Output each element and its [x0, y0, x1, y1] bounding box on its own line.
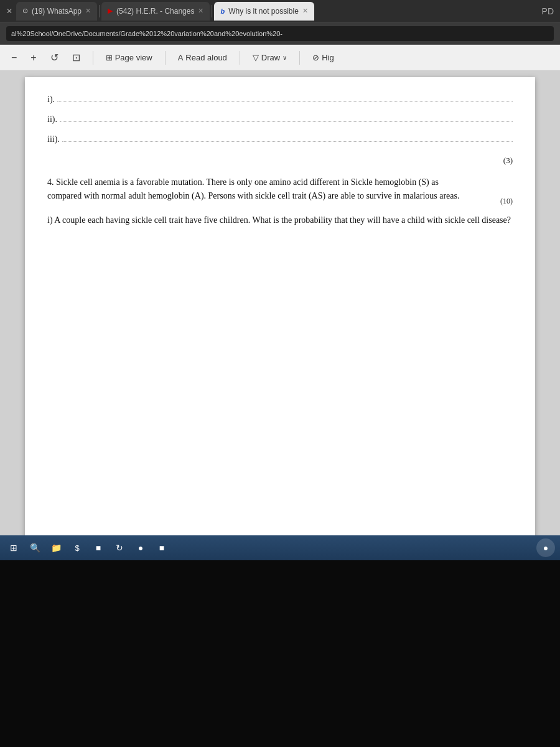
- page-view-icon: ⊞: [106, 53, 113, 62]
- taskbar-dollar-icon[interactable]: $: [68, 539, 86, 557]
- toolbar-separator-4: [299, 51, 300, 65]
- highlight-icon: ⊘: [312, 53, 319, 62]
- pdf-toolbar: − + ↺ ⊡ ⊞ Page view A Read aloud ▽ Draw …: [0, 45, 560, 71]
- new-tab-icon[interactable]: PD: [538, 6, 558, 16]
- line-i-row: i).: [47, 95, 513, 106]
- read-aloud-icon: A: [178, 53, 184, 62]
- marks-3-container: (3): [47, 154, 513, 166]
- highlight-button[interactable]: ⊘ Hig: [309, 50, 338, 65]
- draw-chevron: ∨: [282, 54, 287, 61]
- taskbar-search-icon[interactable]: 🔍: [26, 539, 44, 557]
- taskbar-app2-icon[interactable]: ■: [153, 539, 170, 557]
- tab-whatsapp[interactable]: ⊙ (19) WhatsApp ✕: [16, 2, 97, 21]
- line-iii-label: iii).: [47, 134, 60, 144]
- tab-her-label: (542) H.E.R. - Changes: [116, 7, 194, 16]
- tab-her-close[interactable]: ✕: [198, 7, 203, 15]
- tab-whatsapp-label: (19) WhatsApp: [32, 7, 82, 16]
- pdf-page: i). ii). iii). (3) 4. Sickle cell anemia…: [25, 77, 535, 563]
- tab-whatsapp-close[interactable]: ✕: [85, 7, 91, 15]
- question-4-block: 4. Sickle cell anemia is a favorable mut…: [47, 176, 513, 206]
- sub-question-i-text: i) A couple each having sickle cell trai…: [47, 214, 513, 227]
- marks-3: (3): [503, 156, 513, 165]
- tab-close-left[interactable]: ✕: [2, 7, 16, 16]
- taskbar-app1-icon[interactable]: ■: [90, 539, 107, 557]
- highlight-label: Hig: [322, 53, 334, 62]
- draw-icon: ▽: [253, 53, 259, 62]
- address-input[interactable]: [6, 26, 554, 41]
- taskbar-start-icon[interactable]: ⊞: [5, 539, 22, 557]
- marks-10: (10): [500, 197, 513, 206]
- zoom-in-button[interactable]: +: [27, 50, 40, 66]
- zoom-out-button[interactable]: −: [7, 50, 21, 66]
- line-iii-row: iii).: [47, 134, 513, 146]
- pdf-tab-icon: b: [220, 7, 225, 15]
- address-bar: [0, 22, 560, 45]
- line-i-label: i).: [47, 95, 55, 105]
- tab-separator-2: [212, 5, 212, 17]
- draw-label: Draw: [261, 53, 280, 62]
- pdf-content-area: i). ii). iii). (3) 4. Sickle cell anemia…: [0, 71, 560, 560]
- tab-active[interactable]: b Why is it not possible ✕: [214, 2, 314, 21]
- toolbar-separator-2: [165, 51, 166, 65]
- sub-question-i-block: i) A couple each having sickle cell trai…: [47, 214, 513, 227]
- tab-active-label: Why is it not possible: [228, 7, 299, 16]
- fit-button[interactable]: ⊡: [68, 49, 84, 66]
- taskbar: ⊞ 🔍 📁 $ ■ ↻ ● ■ ●: [0, 535, 560, 560]
- black-area: [0, 560, 560, 747]
- rotate-button[interactable]: ↺: [47, 49, 62, 66]
- question-4-text: 4. Sickle cell anemia is a favorable mut…: [47, 176, 466, 204]
- taskbar-tray-icon[interactable]: ●: [536, 538, 555, 557]
- taskbar-refresh-icon[interactable]: ↻: [111, 539, 128, 557]
- whatsapp-icon: ⊙: [22, 7, 28, 15]
- youtube-icon: ▶: [108, 7, 113, 15]
- read-aloud-button[interactable]: A Read aloud: [174, 50, 231, 65]
- toolbar-separator-3: [240, 51, 240, 65]
- draw-button[interactable]: ▽ Draw ∨: [249, 50, 291, 65]
- read-aloud-label: Read aloud: [185, 53, 227, 62]
- taskbar-circle-icon[interactable]: ●: [132, 539, 149, 557]
- tab-separator-1: [99, 5, 100, 17]
- taskbar-folder-icon[interactable]: 📁: [47, 539, 65, 557]
- toolbar-separator-1: [93, 51, 93, 65]
- line-ii-label: ii).: [47, 115, 57, 125]
- tab-bar: ✕ ⊙ (19) WhatsApp ✕ ▶ (542) H.E.R. - Cha…: [0, 0, 560, 22]
- line-ii-row: ii).: [47, 115, 513, 126]
- tab-active-close[interactable]: ✕: [302, 7, 308, 15]
- tab-her[interactable]: ▶ (542) H.E.R. - Changes ✕: [101, 2, 210, 21]
- page-view-button[interactable]: ⊞ Page view: [102, 50, 156, 65]
- page-view-label: Page view: [115, 53, 152, 62]
